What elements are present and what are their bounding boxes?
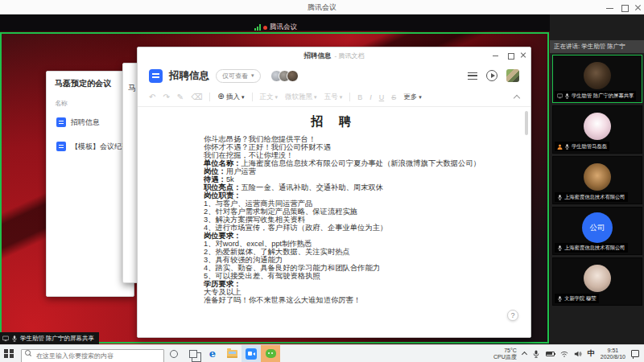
format-painter-icon[interactable]: ✎	[177, 93, 184, 101]
doc-line: 2、针对客户需求制定产品策略、保证流程实施	[204, 208, 500, 216]
participant-name: 学生助管 陈广宁的屏幕共享	[572, 93, 634, 100]
strikethrough-icon[interactable]: S	[391, 93, 396, 101]
doc-line: 3、具有较强的沟通能力	[204, 256, 500, 264]
doc-titlebar-suffix: - 腾讯文档	[335, 52, 365, 60]
doc-header: 招聘信息 仅可查看	[138, 64, 530, 88]
doc-line: 你怀才不遇？正好！我们公司怀财不遇	[204, 143, 500, 151]
presenter-label: 学生助管 陈广宁的屏幕共享	[20, 335, 94, 343]
doc-line: 职位亮点：五险一金、通讯补助、交通补助、周末双休	[204, 183, 500, 191]
participant-tile[interactable]: 公司上海蜜度信息技术有限公司	[552, 207, 642, 255]
person-icon	[557, 144, 563, 150]
doc-minimize-icon[interactable]	[492, 51, 499, 59]
participant-label: 文新学院 穆莹	[555, 294, 599, 303]
font-dropdown[interactable]: 微软雅黑	[285, 93, 317, 102]
insert-dropdown[interactable]: ⊕ 插入	[217, 92, 244, 102]
presenter-overlay: 学生助管 陈广宁的屏幕共享	[0, 332, 99, 344]
participant-tile[interactable]: 文新学院 穆莹	[552, 257, 642, 306]
meeting-list-title: 马磊预定的会议	[55, 78, 111, 89]
participant-label: 学生助管 陈广宁的屏幕共享	[555, 91, 636, 101]
file-explorer-button[interactable]	[222, 345, 242, 362]
doc-body: 招 聘 你斗志昂扬？我们给您提供平台！你怀才不遇？正好！我们公司怀财不遇我们在挖…	[138, 108, 530, 337]
background-window-text: 马	[128, 83, 136, 94]
clock[interactable]: 9:512020/8/10	[601, 348, 625, 360]
participant-avatar	[584, 163, 611, 191]
participant-tile[interactable]: 学生助管 陈广宁的屏幕共享	[552, 55, 642, 103]
participants-sidebar: 正在讲话: 学生助管 陈广宁 学生助管 陈广宁的屏幕共享学生助管马磊磊上海蜜度信…	[550, 14, 644, 344]
doc-window: 招聘信息- 腾讯文档 招聘信息 仅可查看	[137, 47, 531, 338]
participant-avatar: 公司	[582, 212, 613, 243]
doc-line: 2、热爱新媒体、了解大数据、关注实时热点	[204, 248, 500, 256]
ime-indicator[interactable]: 中	[588, 348, 595, 359]
meeting-list-rows: 招聘信息【模板】会议纪要	[47, 110, 134, 158]
list-item[interactable]: 招聘信息	[47, 110, 134, 134]
task-view-icon	[189, 350, 197, 358]
cortana-button[interactable]	[164, 345, 184, 362]
user-thumbnail[interactable]	[506, 69, 519, 82]
mic-icon	[11, 335, 18, 342]
participant-list: 学生助管 陈广宁的屏幕共享学生助管马磊磊上海蜜度信息技术有限公司公司上海蜜度信息…	[552, 55, 642, 308]
document-icon	[56, 117, 66, 127]
wechat-button[interactable]	[261, 345, 280, 362]
screen: 腾讯会议 腾讯会议 马磊预定的会议 名称 招聘信息【模板】会议纪要 马 招聘信	[0, 0, 644, 362]
mic-icon	[557, 245, 563, 251]
mic-icon	[557, 296, 563, 302]
doc-close-icon[interactable]	[519, 51, 526, 59]
tray-mic-icon[interactable]	[532, 350, 540, 358]
collapse-toolbar-icon[interactable]	[514, 95, 520, 101]
doc-line: 岗位：用户运营	[204, 167, 500, 175]
volume-icon[interactable]	[574, 350, 582, 358]
mic-icon	[564, 93, 570, 99]
column-header-name: 名称	[55, 99, 68, 108]
shared-screen: 腾讯会议 马磊预定的会议 名称 招聘信息【模板】会议纪要 马 招聘信息- 腾讯文…	[0, 14, 550, 344]
search-input[interactable]	[21, 349, 164, 362]
restore-icon[interactable]	[620, 3, 629, 12]
list-item[interactable]: 【模板】会议纪要	[47, 134, 134, 158]
participant-tile[interactable]: 学生助管马磊磊	[552, 105, 642, 154]
minimize-icon[interactable]	[605, 3, 614, 12]
edge-icon: e	[209, 348, 216, 360]
bold-icon[interactable]: B	[357, 93, 362, 101]
undo-icon[interactable]: ↶	[149, 93, 155, 101]
participant-tile[interactable]: 上海蜜度信息技术有限公司	[552, 156, 642, 204]
network-icon[interactable]	[560, 350, 568, 358]
paragraph-style-dropdown[interactable]: 正文	[260, 93, 279, 102]
mic-icon	[557, 195, 563, 200]
doc-line: 单位名称：上海蜜度信息信息技术有限公司宁夏办事处（新浪微博旗下大数据公司）	[204, 159, 500, 167]
screen-share-icon	[2, 335, 9, 342]
tencent-meeting-button[interactable]	[242, 345, 261, 362]
start-button[interactable]	[0, 345, 18, 362]
action-center-icon[interactable]	[631, 350, 639, 357]
battery-icon[interactable]	[546, 352, 555, 356]
doc-line: 3、解决方案撰写收集相关资料	[204, 216, 500, 224]
present-icon[interactable]	[486, 70, 497, 81]
help-button[interactable]: ?	[507, 310, 518, 321]
meeting-window-title: 腾讯会议	[0, 0, 644, 14]
doc-line: 待遇：5k	[204, 175, 500, 183]
speaking-banner: 正在讲话: 学生助管 陈广宁	[550, 40, 644, 53]
search-icon	[25, 350, 31, 356]
doc-line: 4、进行市场宣传，客户拜访（政府、企事业单位为主）	[204, 224, 500, 232]
doc-line: 5、可以接受出差、有驾驶资格执照	[204, 272, 500, 280]
clear-format-icon[interactable]: ⌫	[191, 93, 202, 101]
close-icon[interactable]	[634, 3, 642, 12]
redo-icon[interactable]: ↷	[163, 93, 169, 101]
italic-icon[interactable]: I	[369, 93, 372, 101]
tencent-meeting-icon	[246, 348, 257, 360]
task-view-button[interactable]	[184, 345, 203, 362]
participant-label: 上海蜜度信息技术有限公司	[555, 243, 628, 253]
menu-icon[interactable]	[468, 72, 477, 80]
edge-button[interactable]: e	[203, 345, 222, 362]
doc-line: 岗位职责：	[204, 191, 500, 200]
participant-name: 学生助管马磊磊	[572, 143, 607, 150]
doc-scrollbar[interactable]	[525, 111, 528, 135]
participant-name: 上海蜜度信息技术有限公司	[564, 245, 625, 252]
doc-maximize-icon[interactable]	[506, 51, 514, 59]
doc-title: 招聘信息	[169, 69, 209, 83]
participant-label: 学生助管马磊磊	[555, 142, 609, 151]
permission-dropdown[interactable]: 仅可查看	[216, 69, 261, 83]
hidden-icons-chevron[interactable]	[522, 352, 527, 357]
font-size-dropdown[interactable]: 五号	[324, 93, 343, 102]
collaborator-avatars	[270, 70, 299, 82]
more-dropdown[interactable]: 更多	[403, 93, 422, 102]
underline-icon[interactable]: U	[379, 93, 385, 101]
